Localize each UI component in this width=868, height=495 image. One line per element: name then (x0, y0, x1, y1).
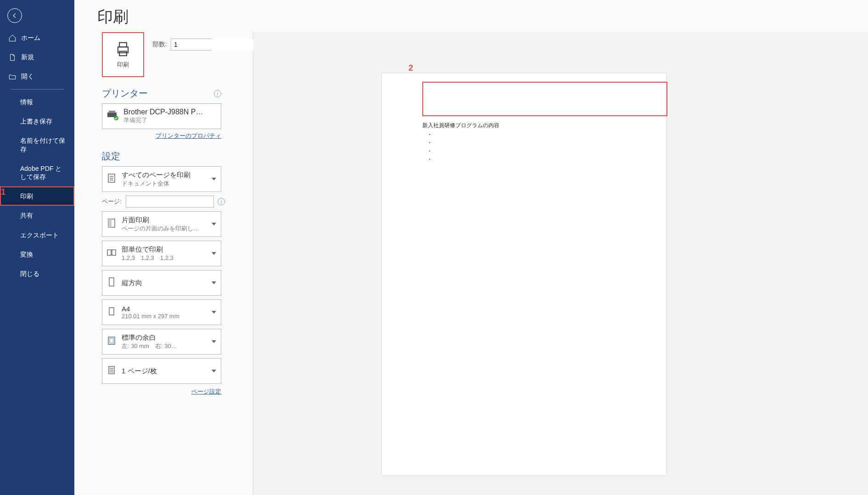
svg-rect-14 (109, 278, 114, 286)
nav-secondary: 情報 上書き保存 名前を付けて保存 Adobe PDF として保存 印刷 共有 … (0, 92, 74, 283)
nav-label: ホーム (21, 34, 40, 42)
printer-icon (114, 40, 132, 58)
setting-collate[interactable]: 部単位で印刷 1,2,3 1,2,3 1,2,3 (102, 241, 221, 266)
svg-rect-2 (119, 51, 127, 56)
setting-print-range[interactable]: すべてのページを印刷 ドキュメント全体 (102, 166, 221, 192)
chevron-down-icon (212, 223, 216, 225)
nav-primary: ホーム 新規 開く (0, 28, 74, 86)
annotation-2: 2 (409, 63, 413, 73)
page-setup-link[interactable]: ページ設定 (102, 388, 221, 396)
preview-page: 新入社員研修プログラムの内容 ・ ・ ・ ・ (382, 73, 666, 475)
setting-sides[interactable]: 片面印刷 ページの片面のみを印刷し… (102, 211, 221, 237)
document-icon (8, 53, 17, 62)
nav-print[interactable]: 印刷 (0, 186, 74, 206)
nav-export[interactable]: エクスポート (0, 225, 74, 245)
margin-icon (106, 334, 117, 349)
preview-line: 新入社員研修プログラムの内容 (422, 122, 656, 129)
preview-highlight-box (422, 82, 667, 116)
arrow-left-icon (11, 12, 18, 19)
setting-orientation[interactable]: 縦方向 (102, 270, 221, 296)
svg-rect-4 (109, 111, 115, 113)
collate-icon (106, 246, 117, 261)
nav-close[interactable]: 閉じる (0, 264, 74, 283)
printer-selector[interactable]: Brother DCP-J988N P… 準備完了 (102, 103, 221, 129)
chevron-down-icon (212, 281, 216, 284)
home-icon (8, 34, 17, 42)
info-icon[interactable]: i (214, 90, 221, 97)
nav-info[interactable]: 情報 (0, 92, 74, 112)
printer-properties-link[interactable]: プリンターのプロパティ (102, 132, 221, 140)
settings-heading: 設定 (102, 150, 221, 163)
settings-list: すべてのページを印刷 ドキュメント全体 ページ: i 片面印刷 ページの片面のみ… (102, 166, 242, 384)
settings-column: 3 印刷 部数: ▲ ▼ (74, 32, 253, 495)
annotation-1: 1 (1, 187, 6, 197)
svg-rect-15 (109, 308, 114, 315)
svg-rect-17 (110, 338, 113, 343)
print-button-label: 印刷 (117, 61, 129, 69)
per-sheet-icon (106, 364, 117, 378)
copies-spinner[interactable]: ▲ ▼ (171, 39, 211, 51)
nav-divider (10, 89, 64, 90)
print-preview: 2 新入社員研修プログラムの内容 ・ ・ ・ ・ (253, 32, 868, 495)
info-icon[interactable]: i (218, 198, 225, 205)
nav-save-as[interactable]: 名前を付けて保存 (0, 131, 74, 158)
print-button[interactable]: 印刷 (102, 32, 144, 77)
chevron-down-icon (212, 370, 216, 372)
svg-rect-11 (108, 219, 112, 227)
nav-transform[interactable]: 変換 (0, 245, 74, 264)
backstage-sidebar: ホーム 新規 開く 情報 上書き保存 名前を付けて保存 Adobe PDF とし… (0, 0, 74, 495)
svg-rect-13 (112, 250, 116, 255)
printer-name: Brother DCP-J988N P… (123, 108, 213, 116)
nav-open[interactable]: 開く (0, 67, 74, 86)
copies-control: 部数: ▲ ▼ (152, 32, 211, 51)
portrait-icon (106, 276, 117, 290)
paper-icon (106, 305, 117, 320)
pages-label: ページ: (102, 197, 122, 206)
doc-icon (106, 172, 117, 186)
folder-open-icon (8, 73, 17, 81)
nav-share[interactable]: 共有 (0, 206, 74, 225)
nav-home[interactable]: ホーム (0, 28, 74, 48)
nav-save[interactable]: 上書き保存 (0, 112, 74, 131)
printer-status-icon (106, 110, 119, 123)
nav-label: 開く (21, 73, 34, 81)
svg-rect-12 (107, 250, 111, 255)
single-side-icon (106, 217, 117, 231)
printer-status: 準備完了 (123, 116, 213, 124)
setting-paper-size[interactable]: A4 210.01 mm x 297 mm (102, 299, 221, 325)
preview-bullets: ・ ・ ・ ・ (427, 130, 656, 163)
chevron-down-icon (212, 311, 216, 314)
nav-new[interactable]: 新規 (0, 48, 74, 67)
content-area: 3 印刷 部数: ▲ ▼ (74, 32, 868, 495)
nav-label: 新規 (21, 53, 34, 62)
setting-pages-per-sheet[interactable]: 1 ページ/枚 (102, 358, 221, 384)
pages-input[interactable] (126, 196, 214, 208)
nav-save-adobe-pdf[interactable]: Adobe PDF として保存 (0, 159, 74, 186)
copies-label: 部数: (152, 40, 167, 49)
printer-heading: プリンター i (102, 87, 221, 100)
chevron-down-icon (212, 252, 216, 255)
page-title: 印刷 (74, 0, 868, 32)
svg-rect-1 (119, 43, 127, 47)
backstage-main: 印刷 3 印刷 部数: ▲ ▼ (74, 0, 868, 495)
copies-input[interactable] (171, 39, 257, 50)
back-button[interactable] (7, 8, 22, 23)
setting-margins[interactable]: 標準の余白 左: 30 mm 右: 30… (102, 329, 221, 354)
chevron-down-icon (212, 178, 216, 180)
chevron-down-icon (212, 340, 216, 343)
